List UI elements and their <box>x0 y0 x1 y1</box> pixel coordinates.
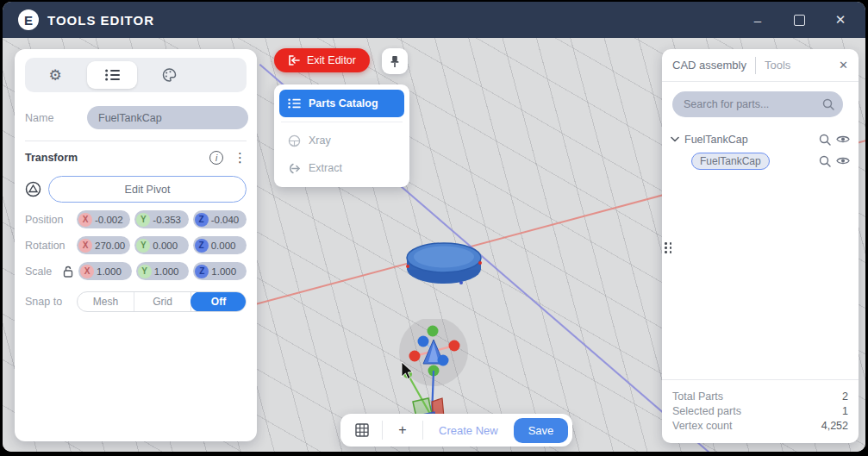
tab-list[interactable] <box>87 61 137 89</box>
stat-label: Vertex count <box>672 420 733 432</box>
scale-x-field[interactable]: X 1.000 <box>78 262 132 280</box>
tab-tools[interactable]: Tools <box>765 59 790 72</box>
tree-row-child[interactable]: FuelTankCap <box>671 150 850 172</box>
stat-selected-parts: Selected parts 1 <box>672 405 848 417</box>
titlebar: E TOOLS EDITOR – ✕ <box>3 2 865 38</box>
menu-item-label: Parts Catalog <box>309 97 378 109</box>
stat-value: 2 <box>842 390 848 403</box>
rotation-x-value: 270.00 <box>95 240 125 251</box>
search-input[interactable] <box>684 98 822 110</box>
panel-drag-handle[interactable] <box>665 242 672 253</box>
tree-item-selected[interactable]: FuelTankCap <box>691 153 770 170</box>
fueltankcap-3d-object[interactable] <box>404 238 484 288</box>
menu-item-xray[interactable]: Xray <box>279 127 404 154</box>
toolbar-divider <box>382 421 383 440</box>
snap-option-mesh[interactable]: Mesh <box>78 292 134 311</box>
pin-icon <box>390 55 400 68</box>
name-row: Name <box>25 106 247 129</box>
app-logo: E <box>18 9 39 30</box>
position-z-value: -0.040 <box>211 215 240 225</box>
properties-tabstrip: ⚙ <box>25 58 247 92</box>
save-button[interactable]: Save <box>514 418 569 443</box>
maximize-button[interactable] <box>790 10 809 29</box>
menu-item-parts-catalog[interactable]: Parts Catalog <box>279 90 404 117</box>
position-y-value: -0.353 <box>153 215 181 225</box>
rotation-x-field[interactable]: X 270.00 <box>77 236 130 254</box>
tab-settings[interactable]: ⚙ <box>30 61 80 89</box>
create-new-button[interactable]: Create New <box>432 424 505 437</box>
search-icon <box>822 98 834 110</box>
search-field[interactable] <box>672 91 843 117</box>
tab-appearance[interactable] <box>144 61 194 89</box>
tree-row-parent[interactable]: FuelTankCap <box>671 128 850 150</box>
snap-label: Snap to <box>25 296 77 308</box>
scale-y-value: 1.000 <box>154 266 179 277</box>
close-panel-icon[interactable]: ✕ <box>839 59 848 72</box>
zoom-to-part-icon[interactable] <box>819 134 831 146</box>
menu-item-label: Extract <box>309 162 342 174</box>
name-input[interactable] <box>87 106 248 129</box>
tree-item-label[interactable]: FuelTankCap <box>684 134 748 146</box>
grid-view-button[interactable] <box>351 423 373 437</box>
gear-icon: ⚙ <box>48 66 61 84</box>
rotation-y-field[interactable]: Y 0.000 <box>134 236 188 254</box>
list-icon <box>288 98 301 109</box>
rotation-row: Rotation X 270.00 Y 0.000 Z 0.000 <box>25 236 247 254</box>
app-title: TOOLS EDITOR <box>47 13 154 28</box>
properties-panel: ⚙ Name Transform i <box>15 49 257 441</box>
unlock-icon[interactable] <box>63 265 77 278</box>
pivot-icon <box>25 181 41 197</box>
header-divider <box>755 57 756 74</box>
stat-label: Total Parts <box>672 390 723 403</box>
rotation-y-value: 0.000 <box>153 240 178 251</box>
minimize-button[interactable]: – <box>748 10 767 29</box>
position-label: Position <box>25 214 77 226</box>
rotation-z-field[interactable]: Z 0.000 <box>193 236 247 254</box>
scale-x-value: 1.000 <box>97 266 122 277</box>
tab-cad-assembly[interactable]: CAD assembly <box>672 59 746 72</box>
cad-assembly-panel: CAD assembly Tools ✕ FuelTankCa <box>662 49 859 443</box>
zoom-to-part-icon[interactable] <box>819 155 831 167</box>
position-x-value: -0.002 <box>95 215 123 225</box>
snap-option-off[interactable]: Off <box>190 291 247 312</box>
position-y-field[interactable]: Y -0.353 <box>134 210 188 228</box>
menu-item-extract[interactable]: Extract <box>279 154 404 182</box>
eye-icon[interactable] <box>836 156 850 166</box>
chevron-down-icon[interactable] <box>671 136 679 142</box>
scale-label: Scale <box>25 265 63 278</box>
exit-editor-button[interactable]: Exit Editor <box>274 48 370 72</box>
search-row <box>662 82 859 125</box>
pin-button[interactable] <box>382 48 408 74</box>
bottom-toolbar: + Create New Save <box>340 414 572 447</box>
add-button[interactable]: + <box>391 422 414 438</box>
stat-label: Selected parts <box>672 405 741 417</box>
kebab-menu-icon[interactable]: ⋮ <box>234 150 247 166</box>
list-icon <box>105 69 120 81</box>
axis-z-badge: Z <box>195 213 209 227</box>
menu-item-label: Xray <box>309 134 331 147</box>
stat-value: 1 <box>842 405 848 417</box>
axis-z-badge: Z <box>195 265 209 278</box>
info-icon[interactable]: i <box>209 151 223 165</box>
stats-section: Total Parts 2 Selected parts 1 Vertex co… <box>662 379 859 443</box>
position-x-field[interactable]: X -0.002 <box>77 210 130 228</box>
eye-icon[interactable] <box>836 134 850 144</box>
snap-option-grid[interactable]: Grid <box>134 292 191 311</box>
name-label: Name <box>25 112 87 124</box>
transform-title: Transform <box>25 152 209 164</box>
rotation-z-value: 0.000 <box>211 240 236 251</box>
scale-z-field[interactable]: Z 1.000 <box>193 262 247 280</box>
transform-header-row: Transform i ⋮ <box>25 150 247 166</box>
tools-dropdown-menu: Parts Catalog Xray Extract <box>274 84 409 187</box>
scale-row: Scale X 1.000 Y 1.000 Z 1.000 <box>25 262 247 280</box>
position-row: Position X -0.002 Y -0.353 Z -0.040 <box>25 210 247 228</box>
axis-z-badge: Z <box>195 239 209 253</box>
scale-z-value: 1.000 <box>211 266 236 277</box>
exit-icon <box>288 55 300 66</box>
close-button[interactable]: ✕ <box>831 10 850 29</box>
position-z-field[interactable]: Z -0.040 <box>193 210 247 228</box>
app-window: E TOOLS EDITOR – ✕ ⚙ <box>3 2 865 452</box>
edit-pivot-button[interactable]: Edit Pivot <box>48 176 247 203</box>
scale-y-field[interactable]: Y 1.000 <box>136 262 190 280</box>
axis-y-badge: Y <box>136 213 150 227</box>
